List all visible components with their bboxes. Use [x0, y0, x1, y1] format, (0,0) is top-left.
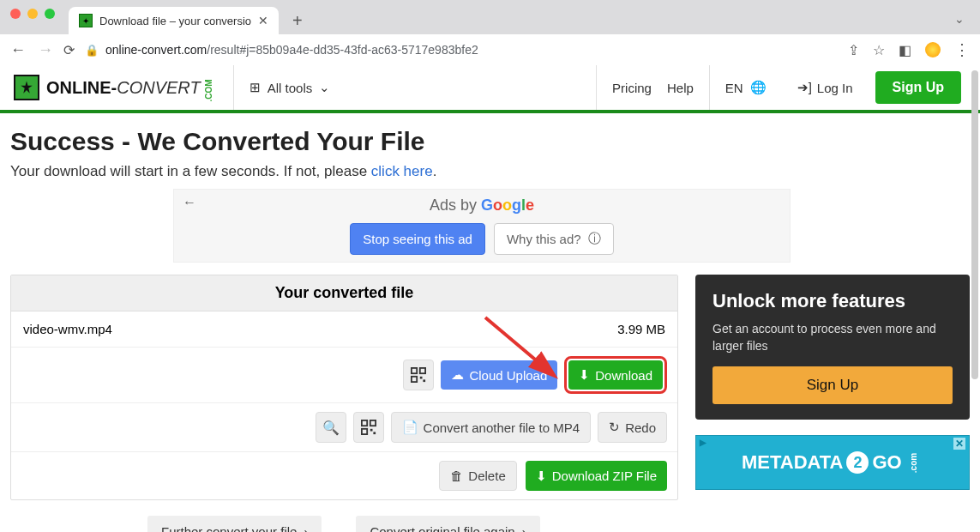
convert-original-link[interactable]: Convert original file again › — [356, 516, 539, 532]
chevron-down-icon: ⌄ — [319, 80, 330, 95]
qr-code-button-2[interactable] — [353, 412, 384, 443]
svg-rect-7 — [361, 429, 366, 434]
reload-button[interactable]: ⟳ — [63, 42, 75, 58]
click-here-link[interactable]: click here — [371, 163, 433, 179]
promo-box: Unlock more features Get an account to p… — [695, 275, 970, 420]
svg-rect-0 — [412, 368, 417, 373]
site-header: ONLINE-CONVERT.COM ⊞ All tools ⌄ Pricing… — [0, 65, 980, 113]
search-button[interactable]: 🔍 — [316, 412, 346, 443]
svg-rect-9 — [373, 432, 376, 434]
tab-favicon-icon: ✦ — [79, 14, 93, 27]
panel-title: Your converted file — [11, 275, 677, 311]
browser-toolbar: ← → ⟳ 🔒 online-convert.com/result#j=85b0… — [0, 34, 980, 65]
all-tools-label: All tools — [268, 81, 313, 95]
promo-title: Unlock more features — [712, 290, 953, 312]
download-icon: ⬇ — [536, 469, 547, 484]
stop-ad-button[interactable]: Stop seeing this ad — [350, 223, 485, 255]
panel-icon[interactable]: ◧ — [899, 42, 911, 58]
site-logo[interactable]: ONLINE-CONVERT.COM — [0, 75, 233, 100]
tab-strip: ✦ Download file – your conversio ✕ + — [0, 0, 980, 34]
back-button[interactable]: ← — [10, 41, 26, 59]
help-link[interactable]: Help — [667, 81, 694, 95]
download-button[interactable]: ⬇ Download — [568, 360, 663, 390]
browser-chrome: ✦ Download file – your conversio ✕ + ⌄ ←… — [0, 0, 980, 65]
download-icon: ⬇ — [579, 367, 590, 383]
svg-rect-4 — [424, 379, 426, 382]
window-zoom[interactable] — [45, 9, 55, 19]
svg-rect-6 — [370, 420, 375, 426]
file-icon: 📄 — [402, 420, 418, 435]
svg-rect-2 — [412, 377, 417, 382]
converted-file-panel: Your converted file video-wmv.mp4 3.99 M… — [10, 275, 678, 500]
window-close[interactable] — [10, 9, 21, 19]
page-title: Success - We Converted Your File — [10, 127, 970, 156]
scrollbar[interactable] — [971, 70, 978, 379]
trash-icon: 🗑 — [450, 469, 463, 483]
tab-close-icon[interactable]: ✕ — [258, 14, 268, 27]
qr-code-button[interactable] — [403, 360, 434, 390]
info-icon: ⓘ — [588, 231, 601, 247]
chevron-right-icon: › — [522, 524, 526, 532]
file-row: video-wmv.mp4 3.99 MB — [11, 311, 677, 348]
kebab-menu-icon[interactable]: ⋮ — [954, 40, 970, 59]
delete-button[interactable]: 🗑 Delete — [439, 461, 516, 491]
logo-text-a: ONLINE- — [46, 78, 117, 97]
chevron-right-icon: › — [304, 524, 308, 532]
share-icon[interactable]: ⇪ — [848, 42, 859, 58]
cloud-icon: ☁ — [451, 367, 464, 383]
pricing-link[interactable]: Pricing — [612, 81, 652, 95]
logo-text-c: .COM — [203, 79, 213, 101]
download-zip-button[interactable]: ⬇ Download ZIP File — [526, 461, 667, 491]
ad-info-icon[interactable]: ▶ — [700, 438, 706, 447]
file-size: 3.99 MB — [617, 322, 665, 336]
star-icon[interactable]: ☆ — [873, 42, 885, 58]
why-ad-button[interactable]: Why this ad?ⓘ — [494, 223, 614, 255]
globe-icon: 🌐 — [750, 80, 767, 95]
logo-mark-icon — [14, 75, 39, 100]
convert-another-button[interactable]: 📄 Convert another file to MP4 — [391, 412, 592, 443]
signup-button[interactable]: Sign Up — [875, 71, 961, 104]
svg-rect-8 — [370, 429, 372, 432]
ad-banner[interactable]: ▶ METADATA 2 GO .com ✕ — [695, 435, 970, 490]
login-arrow-icon: ➔] — [797, 80, 812, 95]
url-host: online-convert.com — [105, 43, 207, 57]
new-tab-button[interactable]: + — [287, 8, 308, 34]
chevron-down-icon[interactable]: ⌄ — [954, 12, 965, 26]
page-subtitle: Your download will start in a few second… — [10, 163, 970, 180]
banner-text-b: GO — [872, 451, 901, 474]
banner-text-a: METADATA — [742, 451, 844, 474]
redo-button[interactable]: ↻ Redo — [598, 412, 667, 443]
url-path: /result#j=85b09a4e-dd35-43fd-ac63-5717e9… — [207, 43, 478, 57]
download-highlight: ⬇ Download — [564, 356, 667, 394]
main-content: Success - We Converted Your File Your do… — [0, 113, 980, 532]
login-label: Log In — [817, 81, 853, 95]
window-minimize[interactable] — [27, 9, 38, 19]
extension-icon[interactable] — [925, 42, 941, 57]
language-selector[interactable]: EN 🌐 — [709, 65, 782, 110]
lang-label: EN — [725, 81, 743, 95]
banner-close-icon[interactable]: ✕ — [953, 438, 965, 450]
ad-box: ← Ads by Google Stop seeing this ad Why … — [173, 189, 791, 263]
svg-rect-5 — [361, 420, 366, 426]
promo-body: Get an account to process even more and … — [712, 321, 953, 354]
cloud-upload-button[interactable]: ☁ Cloud Upload — [441, 360, 557, 390]
login-link[interactable]: ➔] Log In — [797, 80, 853, 95]
svg-rect-1 — [420, 368, 425, 373]
tab-title: Download file – your conversio — [99, 15, 251, 27]
further-convert-link[interactable]: Further convert your file › — [147, 516, 322, 532]
redo-icon: ↻ — [609, 420, 620, 435]
ad-back-icon[interactable]: ← — [183, 195, 196, 210]
qr-icon — [361, 420, 376, 435]
grid-icon: ⊞ — [250, 80, 261, 95]
svg-rect-3 — [420, 377, 423, 379]
file-name: video-wmv.mp4 — [23, 322, 112, 336]
browser-tab[interactable]: ✦ Download file – your conversio ✕ — [69, 7, 279, 34]
qr-icon — [411, 367, 426, 383]
ad-title: Ads by Google — [179, 196, 785, 215]
banner-dotcom: .com — [909, 453, 918, 473]
promo-signup-button[interactable]: Sign Up — [712, 366, 953, 404]
all-tools-menu[interactable]: ⊞ All tools ⌄ — [233, 65, 346, 110]
address-bar[interactable]: 🔒 online-convert.com/result#j=85b09a4e-d… — [85, 43, 838, 57]
lock-icon: 🔒 — [85, 44, 99, 57]
banner-two-icon: 2 — [846, 451, 869, 474]
